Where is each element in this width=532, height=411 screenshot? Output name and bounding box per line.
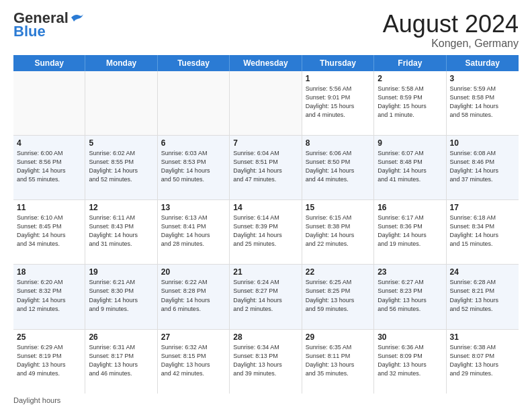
cal-cell-3-5: 15Sunrise: 6:15 AM Sunset: 8:38 PM Dayli… — [302, 200, 374, 264]
location: Kongen, Germany — [383, 38, 519, 50]
cell-detail: Sunrise: 6:31 AM Sunset: 8:17 PM Dayligh… — [89, 343, 153, 378]
day-number: 20 — [161, 267, 226, 277]
cal-cell-1-2 — [85, 71, 157, 135]
header-thursday: Thursday — [302, 55, 374, 71]
day-number: 15 — [306, 203, 370, 212]
cal-cell-1-7: 3Sunrise: 5:59 AM Sunset: 8:58 PM Daylig… — [447, 71, 519, 135]
day-number: 30 — [378, 332, 442, 342]
cell-detail: Sunrise: 6:35 AM Sunset: 8:11 PM Dayligh… — [306, 343, 370, 378]
cell-detail: Sunrise: 6:11 AM Sunset: 8:43 PM Dayligh… — [89, 214, 153, 248]
header-monday: Monday — [85, 55, 157, 71]
header-friday: Friday — [374, 55, 446, 71]
day-number: 1 — [306, 74, 370, 83]
cell-detail: Sunrise: 6:08 AM Sunset: 8:46 PM Dayligh… — [450, 149, 515, 184]
cell-detail: Sunrise: 6:36 AM Sunset: 8:09 PM Dayligh… — [378, 343, 442, 378]
day-number: 24 — [450, 267, 515, 277]
page: General Blue August 2024 Kongen, Germany… — [0, 0, 532, 411]
day-number: 28 — [233, 332, 298, 342]
header-saturday: Saturday — [447, 55, 519, 71]
cell-detail: Sunrise: 6:13 AM Sunset: 8:41 PM Dayligh… — [161, 214, 226, 248]
cal-cell-4-2: 19Sunrise: 6:21 AM Sunset: 8:30 PM Dayli… — [85, 265, 157, 328]
cal-cell-1-5: 1Sunrise: 5:56 AM Sunset: 9:01 PM Daylig… — [302, 71, 374, 135]
cal-cell-5-4: 28Sunrise: 6:34 AM Sunset: 8:13 PM Dayli… — [230, 330, 302, 394]
calendar: Sunday Monday Tuesday Wednesday Thursday… — [13, 55, 519, 394]
cell-detail: Sunrise: 6:04 AM Sunset: 8:51 PM Dayligh… — [233, 149, 298, 184]
cal-cell-3-2: 12Sunrise: 6:11 AM Sunset: 8:43 PM Dayli… — [85, 200, 157, 264]
day-number: 19 — [89, 267, 153, 277]
cell-detail: Sunrise: 6:32 AM Sunset: 8:15 PM Dayligh… — [161, 343, 226, 378]
cell-detail: Sunrise: 5:56 AM Sunset: 9:01 PM Dayligh… — [306, 85, 370, 120]
day-number: 22 — [306, 267, 370, 277]
day-number: 13 — [161, 203, 226, 212]
cal-cell-4-1: 18Sunrise: 6:20 AM Sunset: 8:32 PM Dayli… — [13, 265, 85, 328]
month-year: August 2024 — [383, 11, 519, 38]
cell-detail: Sunrise: 6:03 AM Sunset: 8:53 PM Dayligh… — [161, 149, 226, 184]
cal-cell-3-4: 14Sunrise: 6:14 AM Sunset: 8:39 PM Dayli… — [230, 200, 302, 264]
logo-blue: Blue — [13, 24, 46, 39]
header-sunday: Sunday — [13, 55, 85, 71]
cal-cell-4-3: 20Sunrise: 6:22 AM Sunset: 8:28 PM Dayli… — [158, 265, 230, 328]
day-number: 27 — [161, 332, 226, 342]
logo-bird-icon — [70, 12, 85, 24]
cell-detail: Sunrise: 6:06 AM Sunset: 8:50 PM Dayligh… — [306, 149, 370, 184]
cell-detail: Sunrise: 6:20 AM Sunset: 8:32 PM Dayligh… — [17, 278, 81, 313]
cal-cell-2-7: 10Sunrise: 6:08 AM Sunset: 8:46 PM Dayli… — [447, 136, 519, 199]
calendar-week-3: 11Sunrise: 6:10 AM Sunset: 8:45 PM Dayli… — [13, 200, 519, 265]
day-number: 25 — [17, 332, 81, 342]
cell-detail: Sunrise: 6:17 AM Sunset: 8:36 PM Dayligh… — [378, 214, 442, 248]
cell-detail: Sunrise: 6:38 AM Sunset: 8:07 PM Dayligh… — [450, 343, 515, 378]
cal-cell-4-7: 24Sunrise: 6:28 AM Sunset: 8:21 PM Dayli… — [447, 265, 519, 328]
cal-cell-3-6: 16Sunrise: 6:17 AM Sunset: 8:36 PM Dayli… — [374, 200, 446, 264]
day-number: 3 — [450, 74, 515, 83]
cal-cell-5-2: 26Sunrise: 6:31 AM Sunset: 8:17 PM Dayli… — [85, 330, 157, 394]
header-tuesday: Tuesday — [158, 55, 230, 71]
cell-detail: Sunrise: 6:34 AM Sunset: 8:13 PM Dayligh… — [233, 343, 298, 378]
calendar-week-2: 4Sunrise: 6:00 AM Sunset: 8:56 PM Daylig… — [13, 136, 519, 200]
day-number: 29 — [306, 332, 370, 342]
cell-detail: Sunrise: 6:15 AM Sunset: 8:38 PM Dayligh… — [306, 214, 370, 248]
cal-cell-1-3 — [158, 71, 230, 135]
cal-cell-4-4: 21Sunrise: 6:24 AM Sunset: 8:27 PM Dayli… — [230, 265, 302, 328]
day-number: 12 — [89, 203, 153, 212]
cell-detail: Sunrise: 6:07 AM Sunset: 8:48 PM Dayligh… — [378, 149, 442, 184]
cell-detail: Sunrise: 5:59 AM Sunset: 8:58 PM Dayligh… — [450, 85, 515, 120]
header-wednesday: Wednesday — [230, 55, 302, 71]
cal-cell-2-2: 5Sunrise: 6:02 AM Sunset: 8:55 PM Daylig… — [85, 136, 157, 199]
cal-cell-2-1: 4Sunrise: 6:00 AM Sunset: 8:56 PM Daylig… — [13, 136, 85, 199]
day-number: 9 — [378, 138, 442, 148]
calendar-body: 1Sunrise: 5:56 AM Sunset: 9:01 PM Daylig… — [13, 71, 519, 394]
day-number: 17 — [450, 203, 515, 212]
day-number: 31 — [450, 332, 515, 342]
day-number: 21 — [233, 267, 298, 277]
daylight-label: Daylight hours — [13, 396, 60, 404]
cell-detail: Sunrise: 6:00 AM Sunset: 8:56 PM Dayligh… — [17, 149, 81, 184]
cal-cell-5-6: 30Sunrise: 6:36 AM Sunset: 8:09 PM Dayli… — [374, 330, 446, 394]
cell-detail: Sunrise: 6:21 AM Sunset: 8:30 PM Dayligh… — [89, 278, 153, 313]
footer-note: Daylight hours — [13, 396, 519, 404]
cal-cell-5-5: 29Sunrise: 6:35 AM Sunset: 8:11 PM Dayli… — [302, 330, 374, 394]
day-number: 16 — [378, 203, 442, 212]
cell-detail: Sunrise: 6:02 AM Sunset: 8:55 PM Dayligh… — [89, 149, 153, 184]
cell-detail: Sunrise: 6:29 AM Sunset: 8:19 PM Dayligh… — [17, 343, 81, 378]
day-number: 4 — [17, 138, 81, 148]
day-number: 10 — [450, 138, 515, 148]
day-number: 2 — [378, 74, 442, 83]
calendar-header: Sunday Monday Tuesday Wednesday Thursday… — [13, 55, 519, 71]
cal-cell-5-1: 25Sunrise: 6:29 AM Sunset: 8:19 PM Dayli… — [13, 330, 85, 394]
cell-detail: Sunrise: 6:22 AM Sunset: 8:28 PM Dayligh… — [161, 278, 226, 313]
cal-cell-1-4 — [230, 71, 302, 135]
day-number: 18 — [17, 267, 81, 277]
day-number: 5 — [89, 138, 153, 148]
cell-detail: Sunrise: 6:18 AM Sunset: 8:34 PM Dayligh… — [450, 214, 515, 248]
cell-detail: Sunrise: 6:10 AM Sunset: 8:45 PM Dayligh… — [17, 214, 81, 248]
day-number: 6 — [161, 138, 226, 148]
cal-cell-2-3: 6Sunrise: 6:03 AM Sunset: 8:53 PM Daylig… — [158, 136, 230, 199]
cal-cell-3-1: 11Sunrise: 6:10 AM Sunset: 8:45 PM Dayli… — [13, 200, 85, 264]
cal-cell-4-5: 22Sunrise: 6:25 AM Sunset: 8:25 PM Dayli… — [302, 265, 374, 328]
day-number: 26 — [89, 332, 153, 342]
title-block: August 2024 Kongen, Germany — [383, 11, 519, 50]
cal-cell-1-6: 2Sunrise: 5:58 AM Sunset: 8:59 PM Daylig… — [374, 71, 446, 135]
header: General Blue August 2024 Kongen, Germany — [13, 11, 519, 50]
cell-detail: Sunrise: 6:24 AM Sunset: 8:27 PM Dayligh… — [233, 278, 298, 313]
cell-detail: Sunrise: 5:58 AM Sunset: 8:59 PM Dayligh… — [378, 85, 442, 120]
